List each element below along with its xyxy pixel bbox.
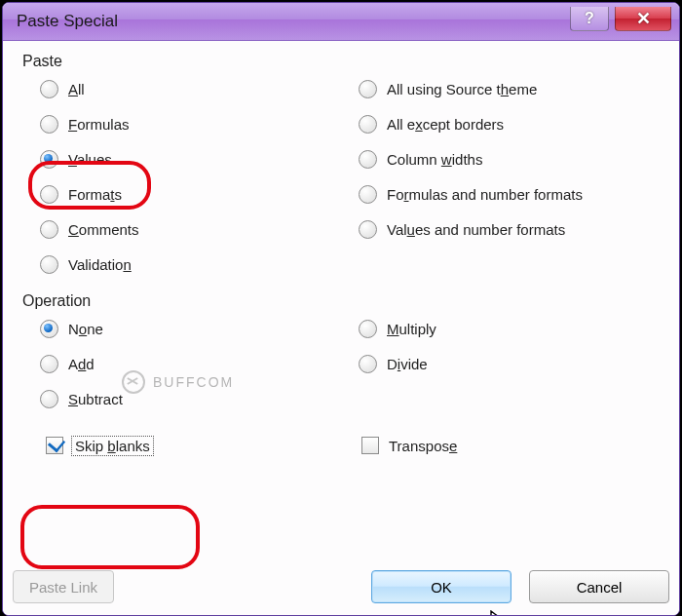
radio-icon <box>359 320 377 338</box>
paste-option-4[interactable]: Values and number formats <box>359 216 669 242</box>
radio-icon <box>40 390 58 408</box>
radio-icon <box>40 355 58 373</box>
paste-option-0[interactable]: All <box>40 76 351 101</box>
paste-option-2[interactable]: Column widths <box>359 146 669 172</box>
paste-options: AllFormulasValuesFormatsCommentsValidati… <box>13 76 669 277</box>
paste-link-button: Paste Link <box>13 570 114 603</box>
paste-special-dialog: Paste Special ? ✕ Paste AllFormulasValue… <box>2 2 680 616</box>
close-icon: ✕ <box>636 8 651 29</box>
paste-option-5[interactable]: Validation <box>40 251 351 277</box>
paste-option-1[interactable]: All except borders <box>359 111 669 136</box>
radio-icon <box>359 150 377 169</box>
paste-option-3[interactable]: Formats <box>40 181 351 207</box>
help-icon: ? <box>585 10 594 27</box>
skip-blanks-label: Skip blanks <box>73 438 152 454</box>
dialog-body: Paste AllFormulasValuesFormatsCommentsVa… <box>3 41 679 615</box>
option-label: Values <box>68 151 112 168</box>
paste-option-2[interactable]: Values <box>40 146 351 172</box>
radio-icon <box>359 355 377 373</box>
paste-option-1[interactable]: Formulas <box>40 111 351 136</box>
checkbox-icon <box>361 437 379 454</box>
dialog-button-row: Paste Link OK Cancel <box>13 570 669 603</box>
help-button[interactable]: ? <box>570 7 609 31</box>
radio-icon <box>40 115 58 134</box>
operation-option-0[interactable]: None <box>40 316 351 341</box>
option-label: Multiply <box>387 321 436 337</box>
operation-options: NoneAddSubtract MultiplyDivide <box>13 316 669 411</box>
option-label: Subtract <box>68 391 123 407</box>
skip-blanks-checkbox[interactable]: Skip blanks <box>46 433 354 458</box>
option-label: Comments <box>68 221 139 238</box>
option-label: Validation <box>68 256 132 273</box>
option-label: Divide <box>387 356 428 372</box>
option-label: Formats <box>68 186 122 203</box>
operation-option-0[interactable]: Multiply <box>359 316 669 341</box>
title-bar[interactable]: Paste Special ? ✕ <box>3 3 679 41</box>
ok-button[interactable]: OK <box>371 570 512 603</box>
transpose-label: Transpose <box>389 438 457 454</box>
radio-icon <box>40 80 58 98</box>
cancel-button[interactable]: Cancel <box>529 570 669 603</box>
radio-icon <box>40 220 58 239</box>
radio-icon <box>359 115 377 134</box>
transpose-checkbox[interactable]: Transpose <box>361 433 669 458</box>
option-label: Column widths <box>387 151 482 168</box>
radio-icon <box>40 320 58 338</box>
radio-icon <box>359 80 377 98</box>
checkbox-icon <box>46 437 63 454</box>
radio-icon <box>359 185 377 204</box>
cursor-icon <box>490 610 510 616</box>
paste-option-3[interactable]: Formulas and number formats <box>359 181 669 207</box>
option-label: Values and number formats <box>387 221 565 238</box>
option-label: All except borders <box>387 116 504 133</box>
option-label: All using Source theme <box>387 81 537 97</box>
radio-icon <box>40 185 58 204</box>
close-button[interactable]: ✕ <box>615 7 671 31</box>
paste-option-4[interactable]: Comments <box>40 216 351 242</box>
paste-option-0[interactable]: All using Source theme <box>359 76 669 101</box>
option-label: None <box>68 321 103 337</box>
radio-icon <box>40 255 58 274</box>
window-title: Paste Special <box>17 12 118 31</box>
radio-icon <box>359 220 377 239</box>
operation-group-label: Operation <box>22 292 669 310</box>
option-label: All <box>68 81 85 97</box>
radio-icon <box>40 150 58 169</box>
option-label: Formulas and number formats <box>387 186 583 203</box>
option-label: Add <box>68 356 95 372</box>
operation-option-1[interactable]: Divide <box>359 351 669 376</box>
operation-option-2[interactable]: Subtract <box>40 386 351 411</box>
paste-group-label: Paste <box>22 53 669 70</box>
operation-option-1[interactable]: Add <box>40 351 351 376</box>
annotation-highlight <box>20 505 200 569</box>
option-label: Formulas <box>68 116 130 133</box>
misc-options: Skip blanks Transpose <box>13 433 669 458</box>
